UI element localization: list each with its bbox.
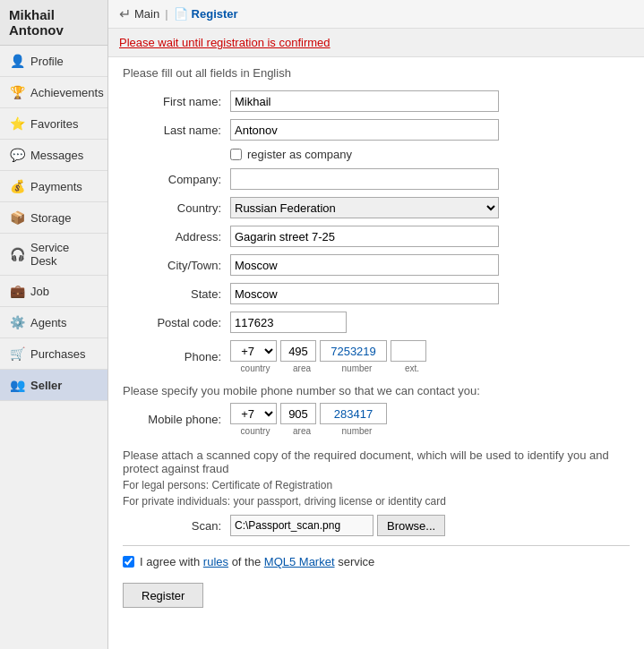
service-desk-icon: 🎧 — [9, 246, 25, 262]
phone-area-input[interactable] — [280, 340, 316, 362]
state-input[interactable] — [230, 283, 499, 304]
mobile-phone-labels: country area number — [230, 426, 630, 436]
city-control — [230, 254, 630, 276]
mobile-number-input[interactable] — [320, 403, 387, 424]
agents-icon: ⚙️ — [9, 314, 25, 330]
phone-area-label: area — [284, 363, 320, 373]
user-name: Mikhail Antonov — [0, 0, 107, 46]
storage-icon: 📦 — [9, 209, 25, 226]
postal-code-row: Postal code: — [123, 312, 630, 333]
phone-country-label: country — [230, 363, 280, 373]
country-row: Country: Russian Federation — [123, 197, 630, 218]
service-link[interactable]: MQL5 Market — [264, 555, 335, 568]
sidebar-item-storage[interactable]: 📦Storage — [0, 202, 107, 234]
first-name-input[interactable] — [230, 90, 499, 112]
breadcrumb: ↵ Main | 📄 Register — [108, 0, 644, 29]
browse-button[interactable]: Browse... — [377, 515, 445, 536]
sidebar-item-service-desk[interactable]: 🎧Service Desk — [0, 234, 107, 276]
scan-path-input[interactable] — [230, 515, 374, 536]
first-name-label: First name: — [123, 95, 230, 108]
sidebar-item-messages[interactable]: 💬Messages — [0, 140, 107, 171]
breadcrumb-sep: | — [165, 7, 167, 21]
sidebar-label-service-desk: Service Desk — [30, 241, 99, 268]
phone-country-box: ▼ — [230, 340, 277, 362]
phone-country-select[interactable]: ▼ — [256, 341, 276, 361]
sidebar-label-job: Job — [30, 285, 49, 298]
register-button[interactable]: Register — [123, 583, 203, 608]
phone-country-input[interactable] — [231, 343, 256, 360]
sidebar-label-profile: Profile — [30, 55, 64, 68]
mobile-phone-label: Mobile phone: — [123, 413, 230, 426]
mobile-phone-control: ▼ country area number — [230, 403, 630, 436]
favorites-icon: ⭐ — [9, 115, 25, 132]
agree-prefix: I agree with — [140, 555, 200, 568]
phone-ext-label: ext. — [394, 363, 430, 373]
mobile-number-label: number — [323, 426, 391, 436]
country-select[interactable]: Russian Federation — [230, 197, 499, 218]
payments-icon: 💰 — [9, 178, 25, 194]
mobile-area-input[interactable] — [280, 403, 316, 424]
mobile-country-box: ▼ — [230, 403, 277, 424]
register-company-row: register as company — [230, 148, 630, 161]
purchases-icon: 🛒 — [9, 346, 25, 362]
breadcrumb-main[interactable]: Main — [134, 7, 159, 21]
company-input[interactable] — [230, 168, 499, 190]
phone-row: Phone: ▼ — [123, 340, 630, 373]
sidebar-item-purchases[interactable]: 🛒Purchases — [0, 338, 107, 370]
state-control — [230, 283, 630, 304]
country-label: Country: — [123, 201, 230, 215]
postal-code-input[interactable] — [230, 312, 347, 333]
job-icon: 💼 — [9, 283, 25, 299]
mobile-country-label: country — [230, 426, 280, 436]
state-label: State: — [123, 287, 230, 301]
phone-labels: country area number ext. — [230, 363, 630, 373]
notice-bar: Please wait until registration is confir… — [108, 29, 644, 57]
postal-code-control — [230, 312, 630, 333]
mobile-area-label: area — [284, 426, 320, 436]
phone-group: ▼ country area number ext. — [230, 340, 630, 373]
phone-label: Phone: — [123, 350, 230, 363]
sidebar-item-seller[interactable]: 👥Seller — [0, 370, 107, 401]
sidebar-item-achievements[interactable]: 🏆Achievements — [0, 77, 107, 108]
state-row: State: — [123, 283, 630, 304]
last-name-control — [230, 119, 630, 141]
address-input[interactable] — [230, 226, 499, 247]
postal-code-label: Postal code: — [123, 316, 230, 329]
sidebar-label-agents: Agents — [30, 316, 66, 329]
divider — [123, 545, 630, 546]
mobile-phone-inputs: ▼ — [230, 403, 630, 424]
mobile-hint: Please specify you mobile phone number s… — [123, 384, 630, 397]
phone-number-input[interactable] — [320, 340, 387, 362]
last-name-label: Last name: — [123, 124, 230, 137]
back-icon: ↵ — [119, 5, 131, 22]
last-name-input[interactable] — [230, 119, 499, 141]
sidebar-label-messages: Messages — [30, 149, 83, 162]
city-input[interactable] — [230, 254, 499, 276]
mobile-country-input[interactable] — [231, 406, 256, 423]
agree-checkbox[interactable] — [123, 556, 134, 568]
page-icon: 📄 — [174, 7, 188, 21]
address-control — [230, 226, 630, 247]
sidebar: Mikhail Antonov 👤Profile🏆Achievements⭐Fa… — [0, 0, 108, 649]
rules-link[interactable]: rules — [203, 555, 228, 568]
phone-ext-input[interactable] — [391, 340, 426, 362]
main-content: ↵ Main | 📄 Register Please wait until re… — [108, 0, 644, 649]
sidebar-item-favorites[interactable]: ⭐Favorites — [0, 108, 107, 140]
agree-suffix: service — [338, 555, 374, 568]
phone-number-label: number — [323, 363, 391, 373]
phone-control: ▼ country area number ext. — [230, 340, 630, 373]
register-company-checkbox[interactable] — [230, 149, 242, 160]
sidebar-item-agents[interactable]: ⚙️Agents — [0, 307, 107, 338]
scan-row: Scan: Browse... — [123, 515, 630, 536]
messages-icon: 💬 — [9, 147, 25, 163]
company-label: Company: — [123, 173, 230, 186]
scan-control: Browse... — [230, 515, 630, 536]
sidebar-item-job[interactable]: 💼Job — [0, 276, 107, 307]
attach-info2-line1: For legal persons: Certificate of Regist… — [123, 479, 630, 491]
company-control — [230, 168, 630, 190]
mobile-country-select[interactable]: ▼ — [256, 404, 276, 423]
sidebar-item-payments[interactable]: 💰Payments — [0, 171, 107, 202]
first-name-row: First name: — [123, 90, 630, 112]
sidebar-item-profile[interactable]: 👤Profile — [0, 46, 107, 77]
notice-text: Please wait until registration is confir… — [119, 36, 331, 49]
